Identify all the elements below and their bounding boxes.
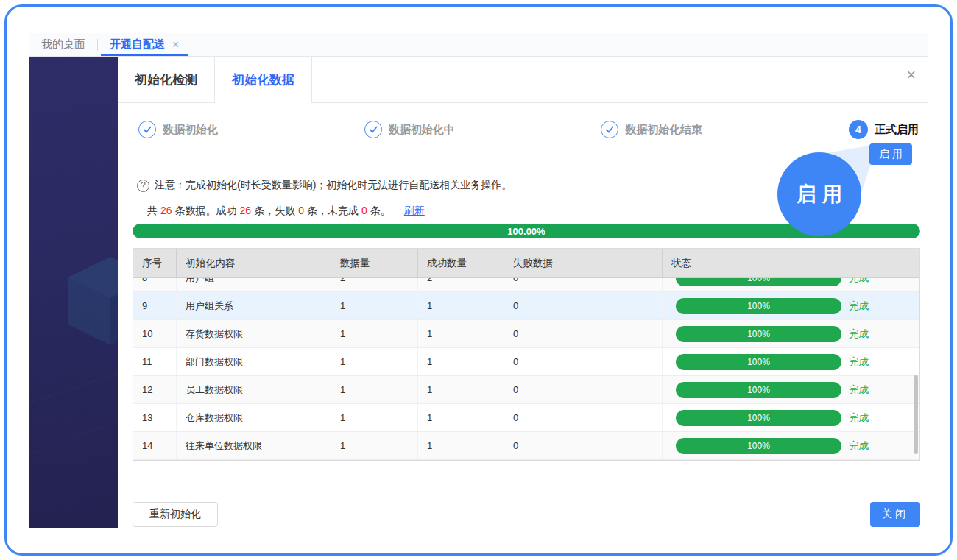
tab-my-desktop[interactable]: 我的桌面 [29, 33, 97, 56]
cell-status: 100% 完成 [663, 292, 919, 319]
cell-count: 2 [331, 278, 418, 291]
tab-init-data[interactable]: 初始化数据 [215, 57, 312, 102]
cell-status: 100% 完成 [663, 404, 919, 431]
table-row[interactable]: 9 用户组关系 1 1 0 100% 完成 [133, 292, 919, 320]
col-failed: 失败数据 [504, 249, 663, 277]
step-1: 数据初始化 [138, 121, 218, 138]
check-icon [138, 121, 156, 138]
tab-open-self-delivery-label: 开通自配送 [110, 38, 165, 52]
tab-init-check[interactable]: 初始化检测 [118, 57, 215, 102]
table-row[interactable]: 8 用户组 2 2 0 100% 完成 [133, 278, 919, 292]
table-body: 8 用户组 2 2 0 100% 完成 9 用户组关系 1 1 0 100% 完… [133, 278, 919, 460]
row-progress-pill: 100% [676, 438, 841, 454]
tab-close-icon[interactable]: × [172, 38, 179, 52]
table-row[interactable]: 14 往来单位数据权限 1 1 0 100% 完成 [133, 432, 919, 460]
cell-failed: 0 [504, 278, 663, 291]
row-status-text: 完成 [849, 278, 869, 285]
cell-count: 1 [331, 348, 418, 375]
cell-success: 1 [418, 376, 504, 403]
cell-failed: 0 [504, 292, 663, 319]
step-3: 数据初始化结束 [601, 121, 702, 138]
table-scrollbar[interactable] [914, 375, 918, 454]
init-data-dialog: 初始化检测 初始化数据 × 数据初始化 [118, 57, 928, 528]
cell-status: 100% 完成 [663, 432, 919, 459]
cell-success: 1 [418, 320, 504, 347]
refresh-link[interactable]: 刷新 [404, 205, 425, 216]
table-row[interactable]: 12 员工数据权限 1 1 0 100% 完成 [133, 376, 919, 404]
cell-index: 14 [133, 432, 177, 459]
row-status-text: 完成 [849, 300, 869, 313]
app-window: 我的桌面 开通自配送 × 初始化检测 [4, 4, 953, 556]
step-4-label: 正式启用 [875, 123, 919, 137]
stats-part: 条，失败 [254, 205, 295, 216]
tab-open-self-delivery[interactable]: 开通自配送 × [98, 33, 191, 56]
cell-content: 用户组 [177, 278, 331, 291]
cell-success: 1 [418, 348, 504, 375]
row-progress-pill: 100% [676, 410, 841, 426]
row-progress-pill: 100% [676, 298, 841, 314]
stepper: 数据初始化 数据初始化中 数据初始化结束 [133, 119, 920, 140]
step-4-number: 4 [849, 120, 868, 139]
stats-part: 条。 [370, 205, 391, 216]
col-status: 状态 [663, 249, 919, 277]
row-progress-pill: 100% [676, 354, 841, 370]
stats-part: 条数据。成功 [175, 205, 237, 216]
cell-status: 100% 完成 [663, 348, 919, 375]
close-button[interactable]: 关闭 [870, 502, 920, 527]
stats-failed: 0 [295, 205, 307, 216]
check-icon [364, 121, 382, 138]
reinit-button[interactable]: 重新初始化 [133, 502, 218, 527]
stats-pending: 0 [359, 205, 370, 216]
row-status-text: 完成 [849, 411, 869, 425]
col-index: 序号 [133, 249, 177, 277]
cube-decoration [29, 57, 118, 528]
step-2: 数据初始化中 [364, 121, 455, 138]
cell-failed: 0 [504, 320, 663, 347]
enable-magnifier-circle[interactable]: 启用 [777, 152, 861, 236]
step-connector [713, 130, 838, 130]
dialog-tabs: 初始化检测 初始化数据 × [118, 57, 928, 103]
cell-success: 1 [418, 292, 504, 319]
stats-total: 26 [158, 205, 175, 216]
cell-failed: 0 [504, 432, 663, 459]
cell-success: 1 [418, 404, 504, 431]
cell-content: 部门数据权限 [177, 348, 331, 375]
table-row[interactable]: 13 仓库数据权限 1 1 0 100% 完成 [133, 404, 919, 432]
cell-success: 1 [418, 432, 504, 459]
init-table: 序号 初始化内容 数据量 成功数量 失败数据 状态 8 用户组 2 2 0 10… [133, 248, 920, 461]
cell-count: 1 [331, 432, 418, 459]
table-row[interactable]: 10 存货数据权限 1 1 0 100% 完成 [133, 320, 919, 348]
cell-status: 100% 完成 [663, 376, 919, 403]
dialog-close-icon[interactable]: × [906, 67, 916, 83]
cell-index: 13 [133, 404, 177, 431]
cell-index: 9 [133, 292, 177, 319]
step-1-label: 数据初始化 [163, 123, 218, 137]
row-status-text: 完成 [849, 383, 869, 397]
cell-index: 10 [133, 320, 177, 347]
question-icon: ? [137, 180, 149, 192]
tab-init-data-label: 初始化数据 [232, 71, 294, 88]
table-header: 序号 初始化内容 数据量 成功数量 失败数据 状态 [133, 249, 919, 278]
step-2-label: 数据初始化中 [389, 123, 455, 137]
cell-content: 存货数据权限 [177, 320, 331, 347]
stats-part: 条，未完成 [307, 205, 359, 216]
cell-content: 用户组关系 [177, 292, 331, 319]
content-area: 初始化检测 初始化数据 × 数据初始化 [29, 57, 928, 528]
cell-index: 11 [133, 348, 177, 375]
cell-count: 1 [331, 404, 418, 431]
tab-init-check-label: 初始化检测 [135, 71, 197, 88]
row-progress-pill: 100% [676, 382, 841, 398]
row-status-text: 完成 [849, 439, 869, 453]
cell-status: 100% 完成 [663, 278, 919, 291]
step-3-label: 数据初始化结束 [625, 123, 702, 137]
notice-text: 注意：完成初始化(时长受数量影响)；初始化时无法进行自配送相关业务操作。 [155, 179, 512, 192]
background-panel [29, 57, 118, 528]
table-row[interactable]: 11 部门数据权限 1 1 0 100% 完成 [133, 348, 919, 376]
enable-button[interactable]: 启用 [869, 143, 912, 165]
cell-index: 8 [133, 278, 177, 291]
col-content: 初始化内容 [177, 249, 331, 277]
row-status-text: 完成 [849, 327, 869, 341]
cell-failed: 0 [504, 376, 663, 403]
step-connector [465, 130, 591, 130]
stats-success: 26 [237, 205, 255, 216]
